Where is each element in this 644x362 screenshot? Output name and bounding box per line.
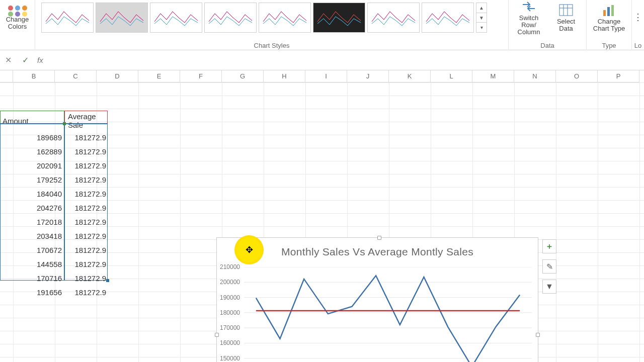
change-colors-label: Change Colors [2,16,34,31]
change-colors-group: Change Colors [0,0,35,50]
data-group: Switch Row/ Column Select Data Data [509,0,587,50]
change-colors-button[interactable]: Change Colors [2,5,34,31]
chart-style-4[interactable] [204,3,257,33]
worksheet[interactable]: Amount Average Sale 189689181272.9162889… [0,82,644,362]
selection-c [64,124,108,281]
selection-handle[interactable] [106,279,109,282]
chart-styles-group: ▲▼▾ Chart Styles [35,0,509,50]
select-data-label: Select Data [550,18,582,33]
color-swatch-icon [7,5,28,16]
column-header-j[interactable]: J [347,70,389,82]
funnel-icon: ▼ [545,282,553,291]
fx-icon[interactable]: fx [37,56,43,64]
select-data-button[interactable]: Select Data [550,3,582,33]
selection-hdr-b [0,111,64,124]
column-header-m[interactable]: M [472,70,514,82]
cursor-highlight: ✥ [234,235,264,264]
y-tick: 180000 [220,309,240,316]
select-all-corner[interactable] [0,70,13,82]
column-headers: BCDEFGHIJKLMNOP [0,70,644,82]
chart-style-2[interactable] [96,3,148,33]
select-data-icon [558,3,574,17]
column-header-k[interactable]: K [389,70,431,82]
column-header-c[interactable]: C [55,70,97,82]
plus-icon: ＋ [545,241,553,252]
chart-style-7[interactable] [367,3,420,33]
plot-area[interactable] [244,267,532,362]
y-tick: 210000 [220,263,240,270]
chart-type-icon [601,3,617,17]
switch-icon [521,0,537,14]
switch-row-column-button[interactable]: Switch Row/ Column [513,0,545,36]
gallery-scroll[interactable]: ▲▼▾ [476,3,487,33]
brush-icon: ✎ [546,262,553,272]
chart-styles-label: Chart Styles [254,42,290,50]
chart-styles-button[interactable]: ✎ [542,259,556,274]
column-header-e[interactable]: E [138,70,180,82]
formula-bar: ✕ ✓ fx [0,50,644,70]
data-group-label: Data [540,42,554,50]
chart-side-buttons: ＋ ✎ ▼ [542,239,556,294]
column-header-f[interactable]: F [180,70,222,82]
svg-rect-3 [611,5,614,16]
embedded-chart[interactable]: Monthly Sales Vs Average Montly Sales 14… [216,237,538,362]
column-header-p[interactable]: P [598,70,639,82]
chevron-down-icon[interactable]: ▼ [476,13,487,23]
chevron-up-icon[interactable]: ▲ [476,3,487,13]
column-header-o[interactable]: O [556,70,598,82]
formula-input[interactable] [50,53,641,67]
chart-filters-button[interactable]: ▼ [542,280,556,294]
y-axis: 1400001500001600001700001800001900002000… [217,267,242,362]
y-tick: 150000 [220,355,240,362]
chart-style-5[interactable] [259,3,311,33]
chart-style-1[interactable] [41,3,94,33]
chart-style-3[interactable] [150,3,202,33]
selection-hdr-c [64,111,108,124]
column-header-l[interactable]: L [431,70,472,82]
column-header-n[interactable]: N [514,70,556,82]
chart-svg [244,267,532,362]
move-cursor-icon: ✥ [246,244,253,255]
svg-rect-2 [607,7,610,16]
cancel-icon[interactable]: ✕ [3,55,13,65]
svg-rect-1 [603,10,606,16]
chart-style-gallery: ▲▼▾ [41,0,504,35]
chart-elements-button[interactable]: ＋ [542,239,556,253]
selection-b [0,124,64,281]
column-header-b[interactable]: B [13,70,55,82]
column-header-i[interactable]: I [305,70,347,82]
more-button[interactable]: ⋮ [622,13,644,23]
type-group-label: Type [602,42,616,50]
table-row[interactable]: 191656181272.9 [1,286,110,299]
chart-style-8[interactable] [422,3,474,33]
y-tick: 190000 [220,294,240,301]
cell-amount[interactable]: 191656 [1,286,65,299]
cell-average[interactable]: 181272.9 [66,286,110,299]
switch-label: Switch Row/ Column [513,15,545,36]
enter-icon[interactable]: ✓ [20,55,30,65]
svg-rect-0 [559,5,573,16]
column-header-d[interactable]: D [97,70,138,82]
y-tick: 170000 [220,324,240,331]
ribbon: Change Colors ▲▼▾ Chart Styles [0,0,644,50]
y-tick: 160000 [220,339,240,346]
column-header-h[interactable]: H [264,70,305,82]
chart-title[interactable]: Monthly Sales Vs Average Montly Sales [217,246,538,258]
chart-style-6[interactable] [313,3,365,33]
selection-handle-green[interactable] [63,122,66,125]
column-header-g[interactable]: G [222,70,264,82]
more-icon[interactable]: ▾ [476,22,487,32]
y-tick: 200000 [220,279,240,286]
